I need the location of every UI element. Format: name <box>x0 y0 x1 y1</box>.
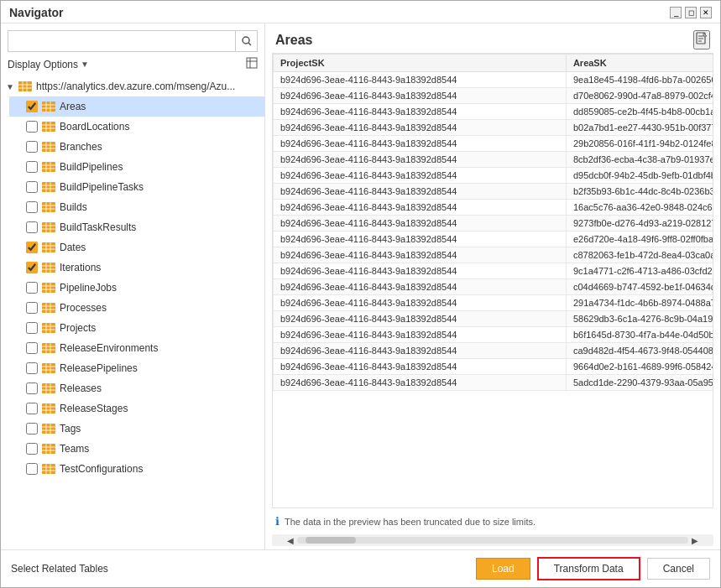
tree-item-areas[interactable]: Areas <box>9 96 264 117</box>
title-bar: Navigator ⎯ ◻ ✕ <box>1 1 720 23</box>
table-row: b924d696-3eae-4116-8443-9a18392d8544c878… <box>274 247 714 263</box>
restore-button[interactable]: ◻ <box>685 7 697 18</box>
table-cell: b924d696-3eae-4116-8443-9a18392d8544 <box>274 216 567 232</box>
builds-label: Builds <box>60 201 87 213</box>
testconfigurations-icon <box>41 463 56 475</box>
cancel-button[interactable]: Cancel <box>647 558 710 580</box>
releaseenvironments-icon <box>41 342 56 354</box>
svg-rect-25 <box>42 162 55 172</box>
releasestages-checkbox[interactable] <box>26 403 38 414</box>
search-icon <box>242 36 252 46</box>
table-header-row: ProjectSK AreaSK AreaId <box>274 55 714 72</box>
tree-item-pipelinejobs[interactable]: PipelineJobs <box>9 278 264 298</box>
load-button[interactable]: Load <box>476 558 530 580</box>
releasepipelines-icon <box>41 362 56 374</box>
search-input[interactable] <box>8 30 236 52</box>
iterations-checkbox[interactable] <box>26 262 38 273</box>
tags-checkbox[interactable] <box>26 423 38 434</box>
table-cell: d70e8062-990d-47a8-8979-002cf4536db2 <box>566 88 713 104</box>
tree-item-buildtaskresults[interactable]: BuildTaskResults <box>9 217 264 237</box>
boardlocations-label: BoardLocations <box>60 121 129 133</box>
tree-item-iterations[interactable]: Iterations <box>9 258 264 278</box>
tree-item-projects[interactable]: Projects <box>9 318 264 338</box>
data-table: ProjectSK AreaSK AreaId b924d696-3eae-41… <box>273 54 713 391</box>
areas-label: Areas <box>60 101 86 112</box>
table-row: b924d696-3eae-4116-8443-9a18392d8544b2f3… <box>274 184 714 200</box>
projects-icon <box>41 322 56 334</box>
table-row: b924d696-3eae-4116-8443-9a18392d8544b02a… <box>274 120 714 136</box>
table-cell: b924d696-3eae-4116-8443-9a18392d8544 <box>274 311 567 327</box>
iterations-label: Iterations <box>60 262 101 273</box>
tree-root-node[interactable]: ▼ https://analytics.dev.azure.com/mseng/… <box>1 76 264 96</box>
scroll-left-arrow-icon[interactable]: ◀ <box>284 536 297 545</box>
tree-item-teams[interactable]: Teams <box>9 439 264 459</box>
table-cell: b924d696-3eae-4116-8443-9a18392d8544 <box>274 104 567 120</box>
tree-item-buildpipelinetasks[interactable]: BuildPipelineTasks <box>9 177 264 197</box>
releases-icon <box>41 382 56 394</box>
tree-item-dates[interactable]: Dates <box>9 237 264 258</box>
svg-rect-70 <box>42 343 55 353</box>
right-panel-icon-button[interactable] <box>693 30 710 49</box>
table-cell: b924d696-3eae-4116-8443-9a18392d8544 <box>274 120 567 136</box>
tree-item-tags[interactable]: Tags <box>9 419 264 439</box>
tree-item-releasestages[interactable]: ReleaseStages <box>9 398 264 419</box>
buildpipelines-label: BuildPipelines <box>60 161 123 173</box>
svg-rect-90 <box>42 424 55 434</box>
areas-checkbox[interactable] <box>26 101 38 112</box>
tree-item-builds[interactable]: Builds <box>9 197 264 217</box>
search-button[interactable] <box>236 30 258 52</box>
table-cell: b924d696-3eae-4116-8443-9a18392d8544 <box>274 359 567 375</box>
projects-checkbox[interactable] <box>26 322 38 334</box>
table-cell: b924d696-3eae-4116-8443-9a18392d8544 <box>274 375 567 391</box>
main-content: Display Options ▼ ▼ <box>1 23 720 549</box>
branches-checkbox[interactable] <box>26 141 38 153</box>
scroll-track[interactable] <box>297 537 688 544</box>
col-header-areask: AreaSK <box>566 55 713 72</box>
svg-rect-30 <box>42 182 55 192</box>
table-row: b924d696-3eae-4116-8443-9a18392d8544e26d… <box>274 232 714 247</box>
horizontal-scrollbar[interactable]: ◀ ▶ <box>272 534 713 546</box>
table-body: b924d696-3eae-4116-8443-9a18392d85449ea1… <box>274 72 714 391</box>
tree-item-branches[interactable]: Branches <box>9 137 264 157</box>
tree-item-boardlocations[interactable]: BoardLocations <box>9 117 264 137</box>
tree-item-releasepipelines[interactable]: ReleasePipelines <box>9 358 264 378</box>
releases-checkbox[interactable] <box>26 382 38 394</box>
releasepipelines-checkbox[interactable] <box>26 362 38 374</box>
boardlocations-checkbox[interactable] <box>26 121 38 133</box>
close-button[interactable]: ✕ <box>700 7 712 18</box>
table-cell: 29b20856-016f-41f1-94b2-0124fe8a01d9 <box>566 136 713 152</box>
svg-rect-95 <box>42 444 55 454</box>
processes-checkbox[interactable] <box>26 302 38 314</box>
select-related-tables-button[interactable]: Select Related Tables <box>11 563 108 575</box>
buildpipelines-checkbox[interactable] <box>26 161 38 173</box>
table-row: b924d696-3eae-4116-8443-9a18392d85445adc… <box>274 375 714 391</box>
pipelinejobs-checkbox[interactable] <box>26 282 38 294</box>
svg-rect-15 <box>42 122 55 132</box>
processes-label: Processes <box>60 302 107 314</box>
buildpipelinetasks-checkbox[interactable] <box>26 181 38 193</box>
minimize-button[interactable]: ⎯ <box>670 7 682 18</box>
transform-data-button[interactable]: Transform Data <box>537 557 640 580</box>
teams-checkbox[interactable] <box>26 443 38 455</box>
tree-item-releaseenvironments[interactable]: ReleaseEnvironments <box>9 338 264 358</box>
display-options-button[interactable]: Display Options ▼ <box>8 59 89 70</box>
tree-item-testconfigurations[interactable]: TestConfigurations <box>9 459 264 479</box>
builds-checkbox[interactable] <box>26 201 38 213</box>
table-cell: 9273fb0e-d276-4d93-a219-02812781512b <box>566 216 713 232</box>
col-header-projectsk: ProjectSK <box>274 55 567 72</box>
buildtaskresults-checkbox[interactable] <box>26 221 38 233</box>
data-table-container[interactable]: ProjectSK AreaSK AreaId b924d696-3eae-41… <box>272 53 713 508</box>
tree-item-processes[interactable]: Processes <box>9 298 264 318</box>
title-bar-controls: ⎯ ◻ ✕ <box>670 7 712 18</box>
tree-item-releases[interactable]: Releases <box>9 378 264 398</box>
dates-checkbox[interactable] <box>26 242 38 253</box>
iterations-icon <box>41 262 56 273</box>
releaseenvironments-checkbox[interactable] <box>26 342 38 354</box>
testconfigurations-checkbox[interactable] <box>26 463 38 475</box>
search-row <box>1 23 264 55</box>
scroll-right-arrow-icon[interactable]: ▶ <box>688 536 702 545</box>
svg-line-1 <box>248 43 251 45</box>
tree-item-buildpipelines[interactable]: BuildPipelines <box>9 157 264 177</box>
scroll-thumb[interactable] <box>306 537 356 544</box>
page-layout-button[interactable] <box>246 57 258 71</box>
